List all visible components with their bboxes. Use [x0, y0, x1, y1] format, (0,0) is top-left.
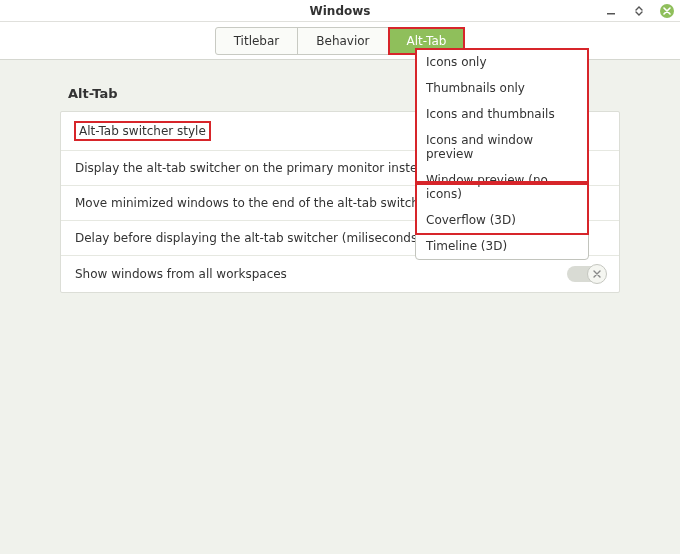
window-controls [604, 0, 674, 22]
svg-rect-0 [607, 13, 615, 15]
tab-titlebar[interactable]: Titlebar [216, 28, 299, 54]
toggle-all-workspaces[interactable] [567, 266, 605, 282]
window-titlebar: Windows [0, 0, 680, 22]
label-all-workspaces: Show windows from all workspaces [75, 267, 567, 281]
minimize-icon [606, 6, 616, 16]
option-coverflow-3d[interactable]: Coverflow (3D) [416, 207, 588, 233]
option-thumbnails-only[interactable]: Thumbnails only [416, 75, 588, 101]
window-title: Windows [0, 4, 680, 18]
minimize-button[interactable] [604, 4, 618, 18]
option-timeline-3d[interactable]: Timeline (3D) [416, 233, 588, 259]
maximize-icon [634, 6, 644, 16]
option-icons-only[interactable]: Icons only [416, 49, 588, 75]
option-icons-and-thumbnails[interactable]: Icons and thumbnails [416, 101, 588, 127]
close-icon [663, 7, 671, 15]
tab-behavior[interactable]: Behavior [298, 28, 388, 54]
close-button[interactable] [660, 4, 674, 18]
label-switcher-style-text: Alt-Tab switcher style [75, 122, 210, 140]
toggle-off-icon [593, 270, 601, 278]
toggle-knob [587, 264, 607, 284]
row-all-workspaces: Show windows from all workspaces [61, 256, 619, 292]
option-icons-and-preview[interactable]: Icons and window preview [416, 127, 588, 167]
maximize-button[interactable] [632, 4, 646, 18]
option-preview-no-icons[interactable]: Window preview (no icons) [416, 167, 588, 207]
style-dropdown: Icons only Thumbnails only Icons and thu… [415, 48, 589, 260]
